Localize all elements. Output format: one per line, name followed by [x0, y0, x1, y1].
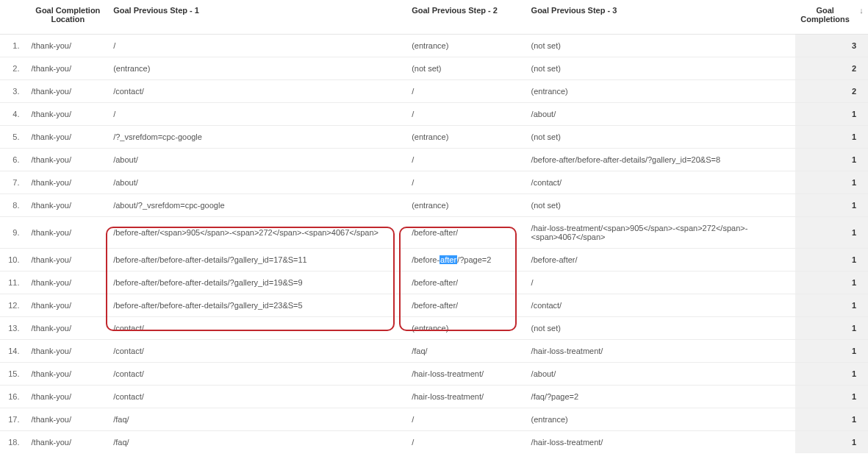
row-step3: /before-after/ — [527, 249, 795, 271]
table-row[interactable]: 17. /thank-you/ /faq/ / (entrance) 1 — [0, 408, 868, 431]
table-row[interactable]: 13. /thank-you/ /contact/ (entrance) (no… — [0, 317, 868, 340]
row-step1: /about/ — [109, 171, 407, 194]
row-completions: 1 — [795, 317, 868, 340]
row-step1: /before-after/<span>905</span>-<span>272… — [109, 217, 407, 249]
table-row[interactable]: 18. /thank-you/ /faq/ / /hair-loss-treat… — [0, 431, 868, 454]
table-row[interactable]: 12. /thank-you/ /before-after/before-aft… — [0, 294, 868, 317]
row-step2: /hair-loss-treatment/ — [407, 363, 526, 386]
table-row[interactable]: 14. /thank-you/ /contact/ /faq/ /hair-lo… — [0, 340, 868, 363]
row-index: 18. — [0, 431, 27, 454]
row-location: /thank-you/ — [27, 408, 110, 431]
row-step1: /contact/ — [109, 386, 407, 408]
row-step2: / — [407, 103, 526, 126]
col-header-step3[interactable]: Goal Previous Step - 3 — [527, 0, 795, 35]
row-completions: 1 — [795, 194, 868, 217]
row-location: /thank-you/ — [27, 217, 110, 249]
row-step3: / — [527, 271, 795, 294]
row-step1: /about/ — [109, 149, 407, 171]
row-location: /thank-you/ — [27, 57, 110, 80]
row-step3: /contact/ — [527, 171, 795, 194]
col-header-step1[interactable]: Goal Previous Step - 1 — [109, 0, 407, 35]
sort-arrow-down-icon: ↓ — [859, 6, 864, 15]
table-row[interactable]: 5. /thank-you/ /?_vsrefdom=cpc-google (e… — [0, 126, 868, 149]
table-row[interactable]: 9. /thank-you/ /before-after/<span>905</… — [0, 217, 868, 249]
col-header-completions[interactable]: Goal Completions — [795, 0, 855, 35]
col-header-step2[interactable]: Goal Previous Step - 2 — [407, 0, 526, 35]
row-location: /thank-you/ — [27, 103, 110, 126]
row-step3: (entrance) — [527, 80, 795, 103]
row-index: 5. — [0, 126, 27, 149]
row-index: 4. — [0, 103, 27, 126]
table-row[interactable]: 3. /thank-you/ /contact/ / (entrance) 2 — [0, 80, 868, 103]
row-step1: /before-after/before-after-details/?gall… — [109, 249, 407, 271]
row-completions: 2 — [795, 57, 868, 80]
row-index: 3. — [0, 80, 27, 103]
row-index: 6. — [0, 149, 27, 171]
table-row[interactable]: 1. /thank-you/ / (entrance) (not set) 3 — [0, 35, 868, 57]
row-index: 7. — [0, 171, 27, 194]
row-step3: /before-after/before-after-details/?gall… — [527, 149, 795, 171]
row-location: /thank-you/ — [27, 194, 110, 217]
text-selection: after — [440, 255, 457, 264]
row-step2: /faq/ — [407, 340, 526, 363]
row-location: /thank-you/ — [27, 171, 110, 194]
table-row[interactable]: 15. /thank-you/ /contact/ /hair-loss-tre… — [0, 363, 868, 386]
row-step2: / — [407, 80, 526, 103]
table-row[interactable]: 7. /thank-you/ /about/ / /contact/ 1 — [0, 171, 868, 194]
table-row[interactable]: 6. /thank-you/ /about/ / /before-after/b… — [0, 149, 868, 171]
row-location: /thank-you/ — [27, 80, 110, 103]
row-step2: /hair-loss-treatment/ — [407, 386, 526, 408]
row-index: 12. — [0, 294, 27, 317]
row-step2: (entrance) — [407, 35, 526, 57]
row-step3: (not set) — [527, 194, 795, 217]
table-row[interactable]: 11. /thank-you/ /before-after/before-aft… — [0, 271, 868, 294]
row-index: 16. — [0, 386, 27, 408]
row-location: /thank-you/ — [27, 386, 110, 408]
row-step1: /contact/ — [109, 363, 407, 386]
row-completions: 1 — [795, 126, 868, 149]
row-step3: /faq/?page=2 — [527, 386, 795, 408]
row-step3: /hair-loss-treatment/ — [527, 431, 795, 454]
row-step2: /before-after/ — [407, 217, 526, 249]
row-step1: /contact/ — [109, 340, 407, 363]
row-step3: /hair-loss-treatment/<span>905</span>-<s… — [527, 217, 795, 249]
row-step1: / — [109, 35, 407, 57]
row-completions: 1 — [795, 431, 868, 454]
col-header-location[interactable]: Goal Completion Location — [27, 0, 110, 35]
row-step1: /?_vsrefdom=cpc-google — [109, 126, 407, 149]
row-completions: 1 — [795, 386, 868, 408]
row-completions: 2 — [795, 80, 868, 103]
reverse-goal-path-table: Goal Completion Location Goal Previous S… — [0, 0, 868, 453]
row-completions: 1 — [795, 171, 868, 194]
row-location: /thank-you/ — [27, 431, 110, 454]
table-row[interactable]: 2. /thank-you/ (entrance) (not set) (not… — [0, 57, 868, 80]
row-location: /thank-you/ — [27, 363, 110, 386]
table-row[interactable]: 4. /thank-you/ / / /about/ 1 — [0, 103, 868, 126]
row-step2: (entrance) — [407, 317, 526, 340]
row-location: /thank-you/ — [27, 35, 110, 57]
row-step2: /before-after/ — [407, 271, 526, 294]
row-completions: 1 — [795, 340, 868, 363]
row-step2: (entrance) — [407, 194, 526, 217]
row-step1: /faq/ — [109, 408, 407, 431]
row-index: 17. — [0, 408, 27, 431]
table-row[interactable]: 16. /thank-you/ /contact/ /hair-loss-tre… — [0, 386, 868, 408]
row-completions: 1 — [795, 271, 868, 294]
row-completions: 1 — [795, 249, 868, 271]
row-step2: / — [407, 171, 526, 194]
row-step2: / — [407, 408, 526, 431]
table-row[interactable]: 10. /thank-you/ /before-after/before-aft… — [0, 249, 868, 271]
row-step3: /about/ — [527, 363, 795, 386]
col-header-sort[interactable]: ↓ — [855, 0, 868, 35]
row-step2: /before-after/?page=2 — [407, 249, 526, 271]
table-row[interactable]: 8. /thank-you/ /about/?_vsrefdom=cpc-goo… — [0, 194, 868, 217]
row-step1: (entrance) — [109, 57, 407, 80]
row-index: 10. — [0, 249, 27, 271]
row-step3: (not set) — [527, 317, 795, 340]
row-step1: /before-after/before-after-details/?gall… — [109, 294, 407, 317]
row-location: /thank-you/ — [27, 249, 110, 271]
row-location: /thank-you/ — [27, 149, 110, 171]
row-completions: 3 — [795, 35, 868, 57]
row-location: /thank-you/ — [27, 126, 110, 149]
row-step1: /about/?_vsrefdom=cpc-google — [109, 194, 407, 217]
